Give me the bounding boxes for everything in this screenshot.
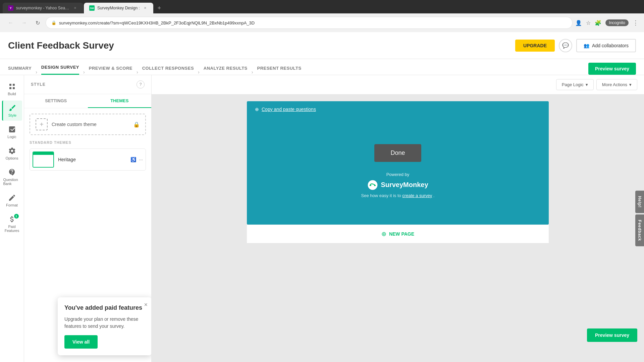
tab1-title: surveymonkey - Yahoo Search — [16, 6, 70, 10]
browser-tab-1[interactable]: Y surveymonkey - Yahoo Search × — [3, 3, 83, 13]
back-button[interactable]: ← — [5, 17, 16, 28]
page-logic-chevron-icon: ▾ — [586, 82, 588, 87]
sidebar-item-style[interactable]: Style — [2, 101, 22, 121]
nav-tabs: SUMMARY › DESIGN SURVEY › PREVIEW & SCOR… — [0, 59, 644, 75]
sidebar-item-options[interactable]: Options — [2, 143, 22, 164]
options-label: Options — [6, 156, 18, 160]
arrow-5: › — [252, 69, 253, 75]
sm-logo-icon — [367, 180, 378, 190]
tab-summary[interactable]: SUMMARY — [8, 62, 32, 75]
tab-collect[interactable]: COLLECT RESPONSES — [142, 62, 194, 75]
heritage-theme-preview — [33, 152, 54, 168]
feedback-tab-label: Feedback — [637, 220, 642, 241]
theme-more-icon[interactable]: ··· — [139, 157, 143, 162]
tab1-close[interactable]: × — [72, 5, 78, 11]
survey-card: ⊕ Copy and paste questions Done Powered … — [247, 101, 549, 225]
profile-icon: 👤 — [575, 20, 582, 26]
tab2-favicon: SM — [89, 5, 95, 11]
paid-popup-title: You've added paid features — [64, 304, 145, 312]
preview-survey-button-top[interactable]: Preview survey — [588, 63, 636, 75]
sidebar-item-format[interactable]: Format — [2, 190, 22, 210]
heritage-theme-item[interactable]: Heritage ♿ ··· — [30, 148, 146, 171]
tab-present[interactable]: PRESENT RESULTS — [257, 62, 301, 75]
arrow-1: › — [36, 69, 37, 75]
logic-icon — [8, 125, 16, 133]
app-header: Client Feedback Survey UPGRADE 💬 👥 Add c… — [0, 32, 644, 59]
incognito-badge: Incognito — [605, 19, 629, 26]
paid-popup-body: Upgrade your plan or remove these featur… — [64, 316, 145, 330]
paid-features-popup: × You've added paid features Upgrade you… — [58, 297, 152, 355]
create-custom-theme-button[interactable]: + Create custom theme 🔒 — [30, 114, 146, 135]
more-actions-label: More Actions — [602, 82, 627, 87]
sidebar-item-paid-features[interactable]: Paid Features 1 — [2, 212, 22, 236]
survey-area: ⊕ Copy and paste questions Done Powered … — [152, 95, 644, 362]
help-feedback-sidebar: Help! Feedback — [635, 191, 644, 246]
copy-paste-bar: ⊕ Copy and paste questions — [247, 101, 549, 117]
surveymonkey-logo: SurveyMonkey — [361, 180, 435, 190]
options-icon — [8, 147, 16, 155]
heritage-preview-inner — [33, 152, 53, 167]
browser-nav: ← → ↻ 🔒 surveymonkey.com/create/?sm=qWCe… — [0, 13, 644, 32]
tab-design[interactable]: DESIGN SURVEY — [41, 61, 79, 75]
sidebar-item-build[interactable]: Build — [2, 79, 22, 99]
style-help-icon[interactable]: ? — [137, 80, 145, 88]
svg-rect-0 — [9, 84, 11, 86]
survey-content-area: Done Powered by SurveyMonkey — [247, 117, 549, 225]
themes-tab[interactable]: THEMES — [88, 94, 152, 108]
style-label: Style — [8, 113, 16, 117]
main-toolbar: Page Logic ▾ More Actions ▾ — [152, 75, 644, 95]
header-actions: UPGRADE 💬 👥 Add collaborators — [515, 39, 636, 52]
sidebar-item-question-bank[interactable]: Question Bank — [2, 165, 22, 189]
comment-button[interactable]: 💬 — [559, 39, 572, 52]
done-button[interactable]: Done — [374, 144, 421, 162]
standard-themes-label: STANDARD THEMES — [30, 140, 146, 144]
build-icon — [8, 82, 16, 90]
main-content: Page Logic ▾ More Actions ▾ ⊕ Copy and p… — [152, 75, 644, 362]
page-logic-label: Page Logic — [562, 82, 584, 87]
accessibility-icon[interactable]: ♿ — [130, 157, 136, 162]
main-layout: Build Style Logic Options Question Bank … — [0, 75, 644, 362]
more-actions-button[interactable]: More Actions ▾ — [596, 79, 637, 90]
collab-label: Add collaborators — [592, 43, 629, 48]
svg-point-4 — [368, 180, 378, 190]
arrow-2: › — [83, 69, 85, 75]
tab2-close[interactable]: × — [143, 5, 148, 11]
question-bank-icon — [8, 168, 16, 176]
add-collaborators-button[interactable]: 👥 Add collaborators — [576, 39, 636, 52]
powered-by-text: Powered by — [361, 172, 435, 177]
help-tab[interactable]: Help! — [635, 191, 644, 213]
settings-tab[interactable]: SETTINGS — [24, 94, 88, 108]
upgrade-button[interactable]: UPGRADE — [515, 40, 555, 52]
svg-rect-2 — [9, 87, 11, 89]
sidebar-item-logic[interactable]: Logic — [2, 122, 22, 142]
new-page-plus-icon: ⊕ — [381, 230, 386, 238]
extensions-icon[interactable]: 🧩 — [595, 20, 601, 26]
feedback-tab[interactable]: Feedback — [635, 215, 644, 246]
style-panel-header: STYLE ? — [24, 75, 151, 94]
menu-icon[interactable]: ⋮ — [633, 19, 639, 26]
copy-paste-icon: ⊕ — [255, 107, 259, 112]
new-page-bar[interactable]: ⊕ NEW PAGE — [247, 225, 549, 243]
address-bar[interactable]: 🔒 surveymonkey.com/create/?sm=qWCeo19KXH… — [46, 17, 573, 29]
preview-survey-button-bottom[interactable]: Preview survey — [587, 328, 637, 342]
tab1-favicon: Y — [8, 5, 13, 11]
style-panel-tabs: SETTINGS THEMES — [24, 94, 151, 108]
svg-point-5 — [370, 185, 371, 186]
heritage-theme-actions: ♿ ··· — [130, 157, 143, 162]
paid-popup-close-button[interactable]: × — [144, 301, 148, 308]
forward-button[interactable]: → — [19, 17, 30, 28]
browser-tab-2[interactable]: SM SurveyMonkey Design : × — [84, 3, 153, 13]
bookmark-icon[interactable]: ☆ — [586, 20, 591, 26]
tab-analyze[interactable]: ANALYZE RESULTS — [204, 62, 248, 75]
tab-preview[interactable]: PREVIEW & SCORE — [89, 62, 132, 75]
logic-label: Logic — [7, 135, 16, 139]
question-bank-label: Question Bank — [3, 178, 21, 186]
new-tab-button[interactable]: + — [154, 3, 165, 13]
view-all-button[interactable]: View all — [64, 335, 98, 349]
collab-icon: 👥 — [584, 43, 589, 48]
style-icon — [8, 104, 16, 112]
reload-button[interactable]: ↻ — [32, 17, 43, 28]
page-logic-button[interactable]: Page Logic ▾ — [556, 79, 594, 90]
copy-paste-link[interactable]: Copy and paste questions — [262, 107, 316, 112]
create-survey-link[interactable]: create a survey — [402, 193, 432, 198]
